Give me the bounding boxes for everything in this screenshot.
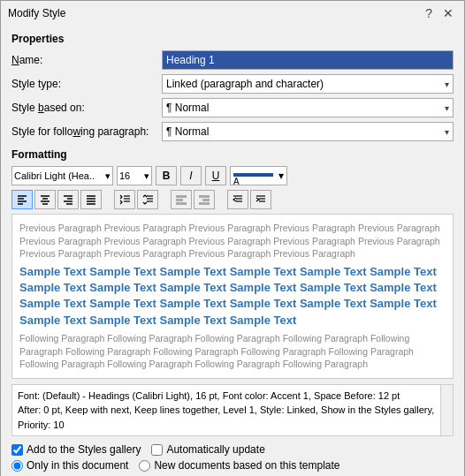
decrease-indent-button[interactable] (227, 190, 248, 209)
alignment-row (11, 190, 454, 209)
align-center-icon (40, 194, 50, 205)
help-icon[interactable]: ? (422, 6, 436, 20)
svg-rect-26 (202, 199, 210, 201)
style-following-select[interactable]: ¶ Normal ▾ (162, 122, 454, 141)
preview-box: Previous Paragraph Previous Paragraph Pr… (11, 214, 454, 379)
options-row-1: Add to the Styles gallery Automatically … (11, 443, 454, 456)
name-row: Name: (11, 50, 454, 70)
new-docs-radio[interactable] (139, 460, 150, 472)
style-based-arrow: ▾ (445, 103, 449, 113)
style-following-value: ¶ Normal (166, 125, 209, 138)
name-input[interactable] (162, 50, 454, 70)
line-spacing-increase-icon (118, 194, 131, 205)
add-to-styles-checkbox[interactable] (11, 444, 23, 456)
color-swatch: A (233, 166, 273, 186)
style-following-arrow: ▾ (445, 127, 449, 137)
style-following-label: Style for following paragraph: (11, 125, 162, 138)
align-block-left-button[interactable] (171, 190, 192, 209)
align-left-icon (17, 194, 27, 205)
underline-button[interactable]: U (205, 166, 226, 185)
indent-group (227, 190, 271, 209)
line-spacing-group (114, 190, 158, 209)
font-row: Calibri Light (Hea... ▾ 16 ▾ B I U A ▾ (11, 166, 454, 185)
increase-indent-icon (255, 194, 266, 205)
description-scrollbar[interactable] (440, 385, 453, 436)
style-based-row: Style based on: ¶ Normal ▾ (11, 98, 454, 117)
add-to-styles-label: Add to the Styles gallery (27, 443, 141, 456)
auto-update-label: Automatically update (166, 443, 264, 456)
dialog-body: Properties Name: Style type: Linked (par… (1, 26, 464, 476)
block-right-icon (199, 194, 210, 205)
svg-rect-23 (176, 199, 183, 201)
font-size: 16 (119, 170, 130, 181)
svg-rect-27 (199, 202, 210, 205)
font-select[interactable]: Calibri Light (Hea... ▾ (11, 166, 113, 185)
new-docs-radio-label[interactable]: New documents based on this template (139, 459, 339, 472)
formatting-section-label: Formatting (11, 148, 454, 161)
formatting-section: Formatting Calibri Light (Hea... ▾ 16 ▾ … (11, 148, 454, 379)
only-this-doc-radio[interactable] (11, 460, 23, 472)
preview-previous-text: Previous Paragraph Previous Paragraph Pr… (19, 222, 446, 261)
align-group (11, 190, 102, 209)
style-type-select[interactable]: Linked (paragraph and character) ▾ (162, 74, 454, 94)
align-right-icon (63, 194, 73, 205)
auto-update-checkbox[interactable] (151, 444, 163, 456)
svg-rect-25 (199, 195, 210, 198)
auto-update-checkbox-label[interactable]: Automatically update (151, 443, 264, 456)
color-arrow: ▾ (278, 170, 284, 182)
style-based-select[interactable]: ¶ Normal ▾ (162, 98, 454, 117)
svg-rect-22 (176, 195, 187, 198)
align-left-button[interactable] (11, 190, 33, 209)
line-spacing-increase-button[interactable] (114, 190, 135, 209)
preview-following-text: Following Paragraph Following Paragraph … (19, 332, 446, 371)
only-this-doc-label: Only in this document (27, 459, 128, 472)
align-justify-button[interactable] (80, 190, 102, 209)
svg-rect-24 (176, 202, 187, 205)
style-type-arrow: ▾ (445, 79, 449, 89)
dialog-title: Modify Style (8, 7, 65, 19)
description-text: Font: (Default) - Headings (Calibri Ligh… (18, 389, 447, 433)
modify-style-dialog: Modify Style ? ✕ Properties Name: Style … (0, 0, 465, 476)
bold-button[interactable]: B (156, 166, 177, 185)
size-select[interactable]: 16 ▾ (117, 166, 152, 185)
preview-sample-text: Sample Text Sample Text Sample Text Samp… (19, 264, 446, 329)
line-spacing-decrease-button[interactable] (137, 190, 158, 209)
name-label: Name: (11, 54, 162, 66)
decrease-indent-icon (232, 194, 243, 205)
style-type-row: Style type: Linked (paragraph and charac… (11, 74, 454, 94)
align-center-button[interactable] (34, 190, 56, 209)
style-based-label: Style based on: (11, 102, 162, 114)
close-icon[interactable]: ✕ (439, 6, 457, 20)
font-name: Calibri Light (Hea... (14, 170, 94, 181)
properties-section-label: Properties (11, 33, 454, 45)
title-bar-controls: ? ✕ (422, 6, 457, 20)
title-bar: Modify Style ? ✕ (1, 1, 464, 26)
italic-button[interactable]: I (180, 166, 202, 185)
style-based-value: ¶ Normal (166, 102, 209, 114)
description-box: Font: (Default) - Headings (Calibri Ligh… (11, 384, 454, 437)
increase-indent-button[interactable] (250, 190, 271, 209)
font-color-button[interactable]: A ▾ (230, 166, 287, 185)
size-arrow: ▾ (144, 170, 149, 182)
line-spacing-decrease-icon (141, 194, 154, 205)
new-docs-label: New documents based on this template (154, 459, 339, 472)
block-left-icon (176, 194, 187, 205)
style-type-value: Linked (paragraph and character) (166, 78, 324, 90)
style-type-label: Style type: (11, 78, 162, 90)
style-following-row: Style for following paragraph: ¶ Normal … (11, 122, 454, 141)
align-right-button[interactable] (57, 190, 79, 209)
align-justify-icon (86, 194, 96, 205)
options-row-2: Only in this document New documents base… (11, 459, 454, 472)
font-arrow: ▾ (105, 170, 111, 182)
only-this-doc-radio-label[interactable]: Only in this document (11, 459, 128, 472)
para-spacing-group (171, 190, 215, 209)
align-block-right-button[interactable] (194, 190, 215, 209)
add-to-styles-checkbox-label[interactable]: Add to the Styles gallery (11, 443, 141, 456)
